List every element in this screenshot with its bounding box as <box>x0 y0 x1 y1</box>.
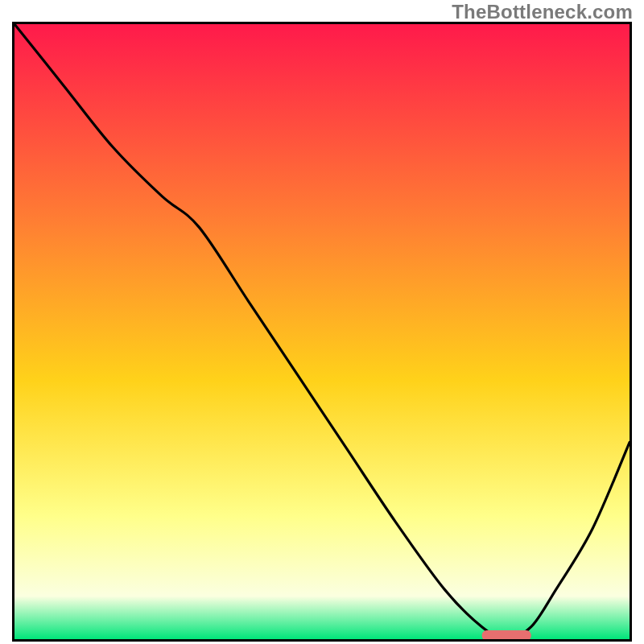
watermark-text: TheBottleneck.com <box>452 1 633 23</box>
gradient-background <box>14 24 630 639</box>
chart-frame <box>12 22 632 642</box>
chart-svg <box>14 24 630 639</box>
minimum-marker <box>482 630 531 639</box>
